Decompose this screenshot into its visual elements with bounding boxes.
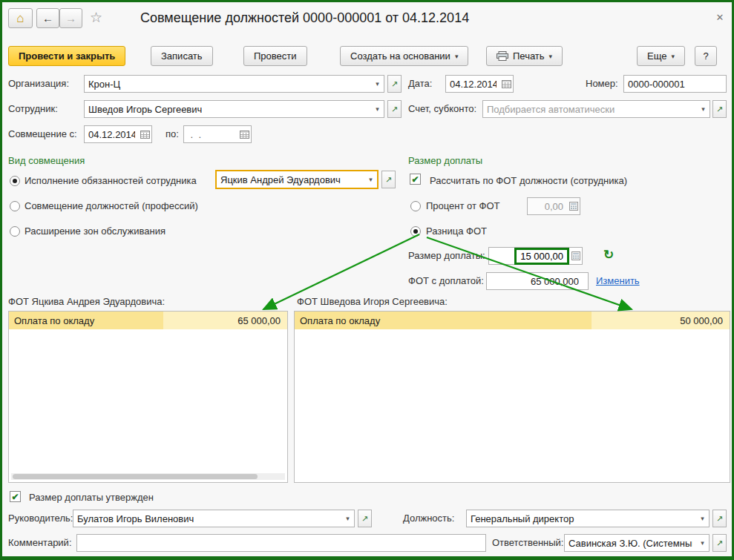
combination-type-title: Вид совмещения (8, 152, 85, 170)
radio-service-zone-expansion[interactable] (10, 226, 20, 237)
open-icon: ↗ (391, 79, 398, 89)
payment-amount-field: 15 000,00 (488, 247, 583, 265)
employee-open-button[interactable]: ↗ (387, 100, 402, 118)
employee-label: Сотрудник: (8, 100, 58, 118)
payment-approved-checkbox[interactable]: ✔ (10, 491, 21, 502)
percent-field (527, 197, 580, 215)
home-button[interactable]: ⌂ (8, 8, 33, 28)
employee-dropdown-button[interactable]: ▾ (371, 101, 384, 117)
table-row[interactable]: Оплата по окладу 65 000,00 (9, 312, 287, 329)
date-input[interactable] (446, 79, 500, 90)
comment-input[interactable] (77, 538, 485, 549)
chevron-down-icon: ▾ (376, 105, 379, 113)
organization-input[interactable] (85, 79, 371, 90)
position-dropdown-button[interactable]: ▾ (696, 510, 709, 527)
create-based-on-button[interactable]: Создать на основании ▾ (340, 46, 468, 66)
table-row[interactable]: Оплата по окладу 50 000,00 (295, 312, 730, 329)
pay-amount-cell[interactable]: 65 000,00 (163, 312, 287, 329)
substitute-employee-open-button[interactable]: ↗ (381, 171, 396, 188)
fot-with-payment-field (486, 272, 589, 290)
payment-amount-calculator-button[interactable] (569, 248, 582, 264)
favorite-star-icon[interactable]: ☆ (90, 9, 102, 27)
write-button[interactable]: Записать (151, 46, 213, 66)
fot-with-payment-input[interactable] (487, 276, 588, 287)
open-icon: ↗ (391, 105, 398, 114)
radio-combination-positions-label: Совмещение должностей (профессий) (24, 197, 198, 215)
change-link[interactable]: Изменить (596, 272, 640, 290)
pay-type-cell[interactable]: Оплата по окладу (9, 312, 163, 329)
post-button[interactable]: Провести (243, 46, 307, 66)
print-label: Печать (513, 50, 545, 62)
print-button[interactable]: Печать ▾ (486, 46, 563, 66)
responsible-input[interactable] (565, 538, 696, 549)
period-to-field (183, 125, 252, 143)
employee-input[interactable] (85, 104, 371, 115)
calculator-icon (571, 251, 580, 260)
post-and-close-button[interactable]: Провести и закрыть (8, 46, 125, 66)
more-button[interactable]: Еще ▾ (637, 46, 685, 66)
organization-dropdown-button[interactable]: ▾ (371, 76, 384, 92)
write-label: Записать (161, 50, 203, 62)
percent-input[interactable] (528, 201, 567, 212)
position-input[interactable] (467, 513, 696, 524)
number-label: Номер: (586, 75, 618, 93)
help-label: ? (703, 50, 708, 62)
date-calendar-button[interactable] (500, 76, 513, 92)
responsible-dropdown-button[interactable]: ▾ (696, 535, 709, 551)
organization-combo: ▾ (84, 75, 384, 93)
radio-percent-of-fot[interactable] (410, 201, 421, 211)
scrollbar-thumb[interactable] (13, 474, 258, 479)
back-button[interactable]: ← (36, 8, 59, 28)
manager-dropdown-button[interactable]: ▾ (341, 510, 354, 527)
chevron-down-icon: ▾ (701, 515, 704, 522)
account-open-button[interactable]: ↗ (712, 100, 727, 118)
help-button[interactable]: ? (695, 46, 717, 66)
back-arrow-icon: ← (42, 12, 53, 24)
post-label: Провести (254, 50, 297, 62)
substitute-employee-dropdown-button[interactable]: ▾ (364, 171, 377, 188)
calc-by-fot-checkbox[interactable]: ✔ (410, 174, 421, 185)
horizontal-scrollbar[interactable] (11, 473, 285, 480)
substitute-employee-combo: ▾ (215, 170, 379, 189)
period-to-input[interactable] (184, 129, 238, 140)
calc-by-fot-label: Рассчитать по ФОТ должности (сотрудника) (430, 172, 627, 190)
number-input[interactable] (624, 79, 726, 90)
substitute-employee-input[interactable] (217, 174, 364, 185)
manager-input[interactable] (73, 513, 341, 524)
period-from-calendar-button[interactable] (139, 126, 151, 142)
calculator-icon (569, 202, 578, 211)
position-combo: ▾ (466, 510, 710, 527)
substitute-fot-table[interactable]: Оплата по окладу 65 000,00 (8, 311, 288, 483)
account-dropdown-button[interactable]: ▾ (697, 101, 710, 117)
pay-type-cell[interactable]: Оплата по окладу (295, 312, 592, 329)
forward-button[interactable]: → (59, 8, 82, 28)
radio-combination-positions[interactable] (10, 201, 20, 211)
payment-amount-value[interactable]: 15 000,00 (514, 248, 569, 265)
number-field (623, 75, 727, 93)
radio-substitute-duties[interactable] (10, 176, 20, 186)
responsible-open-button[interactable]: ↗ (712, 534, 727, 552)
manager-open-button[interactable]: ↗ (358, 510, 372, 527)
fot-with-payment-label: ФОТ с доплатой: (408, 272, 484, 290)
payment-size-title: Размер доплаты (408, 152, 482, 170)
manager-combo: ▾ (73, 510, 355, 527)
payment-amount-label: Размер доплаты: (408, 247, 485, 265)
percent-calculator-button[interactable] (567, 198, 580, 214)
radio-substitute-duties-label: Исполнение обязанностей сотрудника (24, 172, 197, 190)
chevron-down-icon: ▾ (671, 53, 675, 60)
home-icon: ⌂ (16, 11, 24, 26)
position-open-button[interactable]: ↗ (712, 510, 727, 527)
close-icon[interactable]: ✕ (711, 8, 729, 26)
more-label: Еще (647, 50, 666, 62)
employee-fot-table[interactable]: Оплата по окладу 50 000,00 (294, 311, 730, 483)
pay-amount-cell[interactable]: 50 000,00 (592, 312, 730, 329)
radio-fot-difference[interactable] (410, 226, 421, 237)
check-icon: ✔ (11, 493, 19, 501)
document-window: ⌂ ← → ☆ Совмещение должностей 0000-00000… (0, 0, 734, 560)
account-input[interactable] (483, 104, 697, 115)
refresh-icon[interactable]: ↻ (603, 246, 614, 264)
comment-field (76, 534, 486, 552)
period-to-calendar-button[interactable] (238, 126, 251, 142)
period-from-input[interactable] (85, 129, 139, 140)
organization-open-button[interactable]: ↗ (387, 75, 402, 93)
